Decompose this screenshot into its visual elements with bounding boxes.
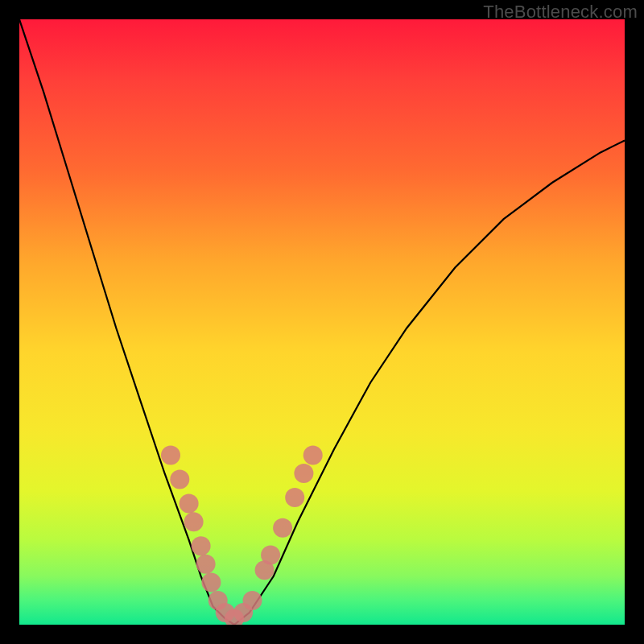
marker-dot — [192, 536, 211, 555]
marker-dot — [184, 512, 204, 531]
marker-dot — [294, 464, 313, 483]
marker-dot — [196, 555, 216, 574]
marker-dot — [161, 445, 180, 464]
curve-svg — [19, 19, 625, 625]
marker-group — [161, 445, 323, 625]
marker-dot — [170, 470, 189, 489]
marker-dot — [303, 445, 323, 464]
chart-frame: TheBottleneck.com — [0, 0, 644, 644]
marker-dot — [273, 518, 292, 538]
marker-dot — [201, 572, 221, 592]
marker-dot — [261, 546, 280, 565]
marker-dot — [243, 591, 262, 610]
bottleneck-curve — [19, 19, 625, 625]
marker-dot — [180, 494, 199, 514]
plot-area — [19, 19, 625, 625]
marker-dot — [285, 488, 304, 507]
watermark-text: TheBottleneck.com — [483, 2, 638, 23]
